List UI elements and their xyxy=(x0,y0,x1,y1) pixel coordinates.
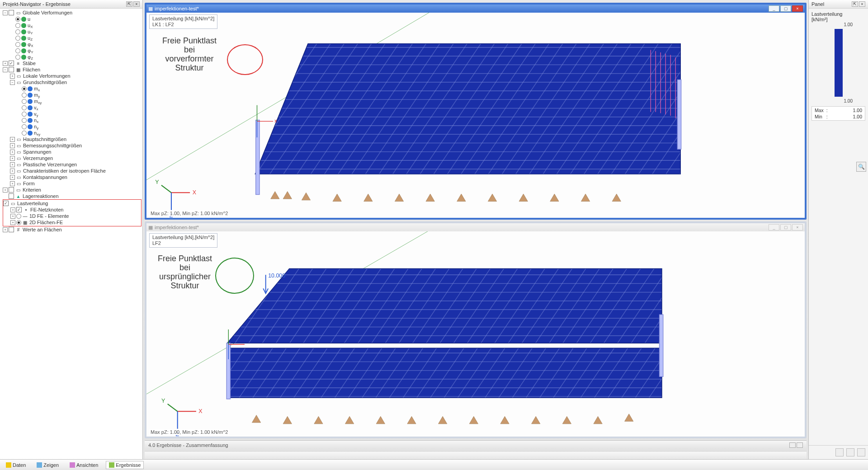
tree-item[interactable]: φX xyxy=(28,42,33,47)
expander-icon[interactable]: + xyxy=(3,227,8,232)
viewport-top[interactable]: ▦ imperfektionen-test* _ ▢ × xyxy=(145,3,807,220)
tree-item[interactable]: Hauptschnittgrößen xyxy=(23,136,66,142)
checkbox[interactable]: ✓ xyxy=(9,61,14,66)
expander-icon[interactable]: + xyxy=(10,181,15,186)
pin-icon[interactable] xyxy=(789,442,796,448)
tree-item[interactable]: my xyxy=(34,92,40,98)
expander-icon[interactable]: − xyxy=(3,67,8,72)
tree-item[interactable]: Bemessungsschnittgrößen xyxy=(23,143,82,148)
tree-item[interactable]: 1D FE - Elemente xyxy=(29,213,69,219)
viewport-canvas[interactable]: 10.000 xyxy=(146,231,805,437)
tree-item[interactable]: mxy xyxy=(34,99,42,104)
tree-item[interactable]: 2D Flächen-FE xyxy=(29,220,63,225)
expander-icon[interactable]: + xyxy=(10,74,15,79)
tree-item[interactable]: vy xyxy=(34,111,38,117)
tree-item[interactable]: Kontaktspannungen xyxy=(23,174,67,180)
radio[interactable] xyxy=(22,99,27,104)
radio[interactable] xyxy=(22,86,27,91)
viewport-bottom[interactable]: ▦ imperfektionen-test* _ ▢ × xyxy=(145,221,807,438)
tree-item[interactable]: Kriterien xyxy=(23,187,41,193)
status-tab-ansichten[interactable]: Ansichten xyxy=(66,461,101,469)
navigator-close-icon[interactable]: × xyxy=(133,1,140,7)
expander-icon[interactable]: + xyxy=(10,162,15,167)
tree-item[interactable]: Lastverteilung xyxy=(17,201,48,206)
checkbox[interactable] xyxy=(9,10,14,15)
tree-item[interactable]: u xyxy=(28,16,30,22)
navigator-pin-icon[interactable]: ⇱ xyxy=(126,1,132,7)
maximize-button[interactable]: ▢ xyxy=(780,5,791,12)
tree-item[interactable]: Charakteristiken der isotropen Fläche xyxy=(23,168,106,174)
expander-icon[interactable]: + xyxy=(3,61,8,66)
radio[interactable] xyxy=(22,124,27,129)
radio[interactable] xyxy=(15,55,20,60)
checkbox[interactable] xyxy=(9,187,14,193)
expander-icon[interactable]: − xyxy=(10,80,15,85)
checkbox[interactable] xyxy=(9,227,14,232)
expander-icon[interactable]: + xyxy=(10,220,15,225)
radio[interactable] xyxy=(15,29,20,34)
radio[interactable] xyxy=(16,220,21,225)
tree-item[interactable]: Stäbe xyxy=(23,61,36,66)
radio[interactable] xyxy=(22,93,27,98)
tree-item[interactable]: Spannungen xyxy=(23,149,51,155)
maximize-button[interactable]: ▢ xyxy=(780,224,791,230)
bottom-toolbar[interactable] xyxy=(145,451,807,459)
tree-item[interactable]: vx xyxy=(34,105,38,110)
expander-icon[interactable]: + xyxy=(10,143,15,148)
panel-pin-icon[interactable]: ⇱ xyxy=(852,1,858,7)
close-icon[interactable] xyxy=(797,442,803,448)
radio[interactable] xyxy=(22,112,27,117)
tree-item[interactable]: nx xyxy=(34,118,38,123)
expander-icon[interactable]: − xyxy=(3,10,8,15)
expander-icon[interactable]: + xyxy=(10,169,15,174)
magnifier-button[interactable]: 🔍 xyxy=(856,162,866,172)
tree-item[interactable]: Globale Verformungen xyxy=(23,10,72,15)
tree-item[interactable]: uY xyxy=(28,29,33,34)
minimize-button[interactable]: _ xyxy=(769,224,779,230)
minimize-button[interactable]: _ xyxy=(769,5,779,12)
tree-item[interactable]: Grundschnittgrößen xyxy=(23,80,67,85)
tool-icon[interactable] xyxy=(835,448,844,456)
tree-item[interactable]: uX xyxy=(28,23,33,28)
status-tab-zeigen[interactable]: Zeigen xyxy=(33,461,62,469)
tree-item[interactable]: Flächen xyxy=(23,67,40,72)
radio[interactable] xyxy=(22,118,27,123)
status-tab-daten[interactable]: Daten xyxy=(3,461,29,469)
tree-item[interactable]: Form xyxy=(23,181,35,186)
status-tab-ergebnisse[interactable]: Ergebnisse xyxy=(106,461,144,469)
checkbox[interactable]: ✓ xyxy=(3,201,9,206)
radio[interactable] xyxy=(15,48,20,53)
tree-item[interactable]: φY xyxy=(28,48,33,53)
checkbox[interactable]: ✓ xyxy=(16,207,22,212)
radio[interactable] xyxy=(15,42,20,47)
close-button[interactable]: × xyxy=(792,5,803,12)
viewport-canvas[interactable]: X Y Z x Freie Punktlast bei vorverformte… xyxy=(146,13,805,218)
radio[interactable] xyxy=(22,105,27,110)
tree-item[interactable]: uZ xyxy=(28,35,33,41)
tree-item[interactable]: nxy xyxy=(34,130,40,136)
expander-icon[interactable]: + xyxy=(3,188,8,193)
tree-item[interactable]: φZ xyxy=(28,54,33,60)
radio[interactable] xyxy=(15,36,20,41)
expander-icon[interactable]: + xyxy=(10,175,15,180)
tree-item[interactable]: Plastische Verzerrungen xyxy=(23,162,77,167)
radio[interactable] xyxy=(15,17,20,22)
close-button[interactable]: × xyxy=(792,224,803,230)
tree-item[interactable]: Verzerrungen xyxy=(23,155,53,161)
checkbox[interactable] xyxy=(9,67,14,72)
tree-item[interactable]: Lokale Verformungen xyxy=(23,73,71,79)
tree-item[interactable]: ny xyxy=(34,124,38,129)
checkbox[interactable] xyxy=(9,193,14,199)
tree-item[interactable]: Werte an Flächen xyxy=(23,227,62,232)
expander-icon[interactable]: + xyxy=(10,207,15,212)
expander-icon[interactable]: + xyxy=(10,137,15,142)
tree-item[interactable]: FE-Netzknoten xyxy=(30,207,63,212)
tool-icon[interactable] xyxy=(857,448,865,456)
expander-icon[interactable]: + xyxy=(10,150,15,155)
results-summary-tab[interactable]: 4.0 Ergebnisse - Zusammenfassung xyxy=(145,440,807,449)
tree-item[interactable]: mx xyxy=(34,86,40,91)
navigator-tree[interactable]: −▭Globale Verformungen u uX uY uZ φX φY … xyxy=(0,9,142,459)
expander-icon[interactable]: + xyxy=(10,156,15,161)
panel-close-icon[interactable]: × xyxy=(859,1,865,7)
radio[interactable] xyxy=(16,214,21,219)
